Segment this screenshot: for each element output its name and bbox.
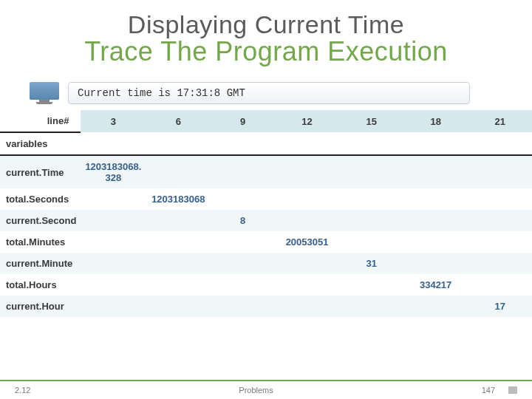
row-value: 334217 — [403, 274, 468, 296]
col-21: 21 — [468, 110, 532, 132]
col-12: 12 — [275, 110, 340, 132]
row-value: 17 — [468, 296, 532, 317]
row-label: current.Time — [0, 155, 81, 188]
slide: Displaying Current Time Trace The Progra… — [0, 0, 532, 399]
output-row: Current time is 17:31:8 GMT — [30, 82, 532, 104]
row-label: total.Seconds — [0, 188, 81, 210]
output-box: Current time is 17:31:8 GMT — [68, 82, 470, 104]
header-row: line# 3 6 9 12 15 18 21 — [0, 110, 532, 132]
footer-center: Problems — [239, 386, 273, 395]
table-row: total.Hours334217 — [0, 274, 532, 296]
row-label: current.Minute — [0, 253, 81, 274]
row-label: current.Hour — [0, 296, 81, 317]
col-3: 3 — [81, 110, 146, 132]
table-row: current.Minute31 — [0, 253, 532, 274]
row-value: 1203183068. 328 — [81, 155, 146, 188]
table-row: current.Second8 — [0, 210, 532, 231]
title-line1: Displaying Current Time — [0, 10, 532, 39]
title-line2: Trace The Program Execution — [0, 36, 532, 67]
output-text: Current time is 17:31:8 GMT — [78, 87, 245, 99]
row-label: total.Hours — [0, 274, 81, 296]
variables-row: variables — [0, 132, 532, 155]
col-9: 9 — [211, 110, 275, 132]
row-value: 31 — [339, 253, 403, 274]
title-block: Displaying Current Time Trace The Progra… — [0, 0, 532, 67]
col-6: 6 — [146, 110, 211, 132]
col-18: 18 — [403, 110, 468, 132]
row-label: current.Second — [0, 210, 81, 231]
row-value: 8 — [211, 210, 275, 231]
row-value: 1203183068 — [146, 188, 211, 210]
row-value: 20053051 — [275, 231, 340, 253]
table-row: current.Time1203183068. 328 — [0, 155, 532, 188]
variables-label: variables — [0, 132, 81, 155]
table-row: total.Seconds1203183068 — [0, 188, 532, 210]
line-header: line# — [0, 110, 81, 132]
footer-page: 147 — [482, 386, 495, 395]
table-row: current.Hour17 — [0, 296, 532, 317]
trace-table: line# 3 6 9 12 15 18 21 variablescurrent… — [0, 110, 532, 317]
footer-icon — [508, 386, 517, 394]
monitor-icon — [30, 82, 59, 104]
col-15: 15 — [339, 110, 403, 132]
row-label: total.Minutes — [0, 231, 81, 253]
footer-left: 2.12 — [15, 386, 30, 395]
table-row: total.Minutes20053051 — [0, 231, 532, 253]
footer: 2.12 Problems 147 — [0, 380, 532, 399]
